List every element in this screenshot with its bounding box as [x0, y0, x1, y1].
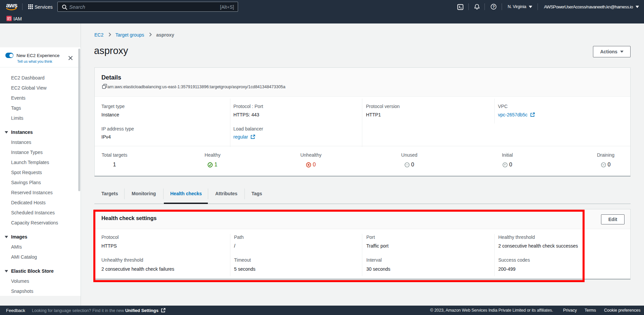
svg-text:?: ?	[493, 5, 495, 9]
